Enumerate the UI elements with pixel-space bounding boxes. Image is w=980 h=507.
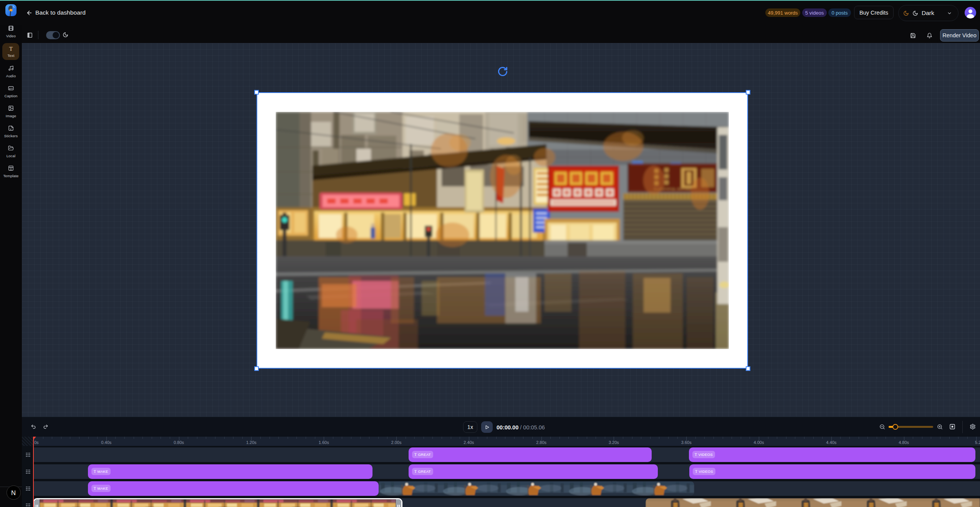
svg-text:N: N [11, 489, 16, 497]
